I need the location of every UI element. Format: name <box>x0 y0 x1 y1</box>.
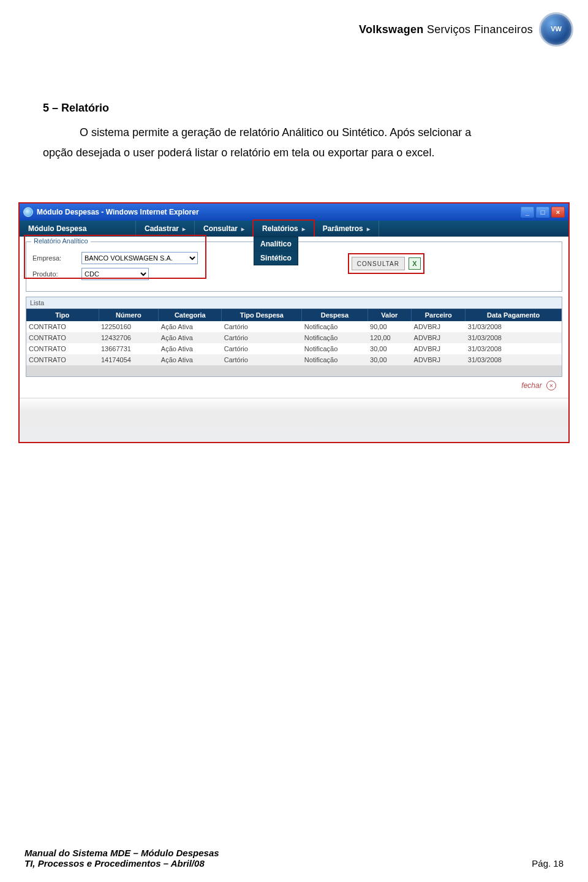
produto-select[interactable]: CDC <box>81 268 149 280</box>
chevron-right-icon: ▸ <box>367 226 370 232</box>
lista-table: Tipo Número Categoria Tipo Despesa Despe… <box>26 309 562 376</box>
cell: 31/03/2008 <box>466 354 562 365</box>
cell: Cartório <box>222 332 302 343</box>
cell: 31/03/2008 <box>466 343 562 354</box>
produto-label: Produto: <box>32 270 81 278</box>
menu-consultar[interactable]: Consultar ▸ <box>195 221 254 237</box>
relatorios-dropdown: Analítico Sintético <box>254 237 298 265</box>
cell: 14174054 <box>99 354 159 365</box>
chevron-right-icon: ▸ <box>302 226 305 232</box>
table-footer-row <box>26 365 562 376</box>
brand-thin: Serviços Financeiros <box>427 23 533 36</box>
cell: ADVBRJ <box>412 332 466 343</box>
row-produto: Produto: CDC <box>32 268 556 280</box>
cell: 30,00 <box>368 343 412 354</box>
consultar-label: CONSULTAR <box>357 260 399 267</box>
cell: 13667731 <box>99 343 159 354</box>
menu-parametros[interactable]: Parâmetros ▸ <box>314 221 379 237</box>
menu-modulo-despesa[interactable]: Módulo Despesa <box>20 221 136 237</box>
cell: ADVBRJ <box>412 354 466 365</box>
section-title: 5 – Relatório <box>43 98 545 118</box>
col-despesa: Despesa <box>302 309 368 321</box>
menu-cadastrar[interactable]: Cadastrar ▸ <box>136 221 195 237</box>
fieldset-legend: Relatório Analítico <box>31 237 91 245</box>
menu-label: Módulo Despesa <box>28 224 86 233</box>
ie-icon <box>23 207 33 217</box>
lista-caption: Lista <box>26 297 562 309</box>
footer-line1: Manual do Sistema MDE – Módulo Despesas <box>24 848 219 858</box>
dropdown-item-label: Analítico <box>260 240 292 248</box>
menu-label: Cadastrar <box>145 224 179 233</box>
chevron-right-icon: ▸ <box>183 226 186 232</box>
close-label: fechar <box>521 381 541 390</box>
close-button[interactable]: × <box>551 207 565 218</box>
excel-export-icon[interactable]: X <box>409 257 421 270</box>
close-panel-button[interactable]: × <box>546 381 556 390</box>
dropdown-item-label: Sintético <box>260 254 292 262</box>
window-title: Módulo Despesas - Windows Internet Explo… <box>37 208 199 216</box>
col-valor: Valor <box>368 309 412 321</box>
cell: 12432706 <box>99 332 159 343</box>
cell: 90,00 <box>368 321 412 332</box>
empresa-select[interactable]: BANCO VOLKSWAGEN S.A. <box>81 252 198 264</box>
cell: Cartório <box>222 321 302 332</box>
table-row: CONTRATO 12432706 Ação Ativa Cartório No… <box>26 332 562 343</box>
footer-left: Manual do Sistema MDE – Módulo Despesas … <box>24 848 219 869</box>
col-parceiro: Parceiro <box>412 309 466 321</box>
cell: 120,00 <box>368 332 412 343</box>
cell: Ação Ativa <box>159 321 222 332</box>
chevron-right-icon: ▸ <box>241 226 244 232</box>
vw-logo-icon: VW <box>539 12 573 47</box>
consult-group: CONSULTAR X <box>352 257 421 270</box>
vw-logo-text: VW <box>551 26 562 32</box>
cell: Notificação <box>302 343 368 354</box>
maximize-button[interactable]: □ <box>536 207 549 218</box>
cell: CONTRATO <box>26 343 99 354</box>
app-screenshot: Módulo Despesas - Windows Internet Explo… <box>18 202 570 443</box>
cell: CONTRATO <box>26 321 99 332</box>
cell: 31/03/2008 <box>466 332 562 343</box>
section-body-rest: opção desejada o user poderá listar o re… <box>43 146 434 159</box>
cell: Notificação <box>302 332 368 343</box>
dropdown-sintetico[interactable]: Sintético <box>254 251 298 265</box>
table-row: CONTRATO 12250160 Ação Ativa Cartório No… <box>26 321 562 332</box>
window-titlebar: Módulo Despesas - Windows Internet Explo… <box>20 203 568 221</box>
cell: 30,00 <box>368 354 412 365</box>
footer-page: Pág. 18 <box>532 858 564 869</box>
cell: ADVBRJ <box>412 321 466 332</box>
cell: Cartório <box>222 354 302 365</box>
section-5-relatorio: 5 – Relatório O sistema permite a geraçã… <box>43 98 545 162</box>
cell: 12250160 <box>99 321 159 332</box>
brand-bold: Volkswagen <box>359 23 424 36</box>
section-body-lead: O sistema permite a geração de relatório… <box>80 126 471 139</box>
excel-glyph: X <box>412 260 417 267</box>
menu-relatorios[interactable]: Relatórios ▸ Analítico Sintético <box>254 221 314 237</box>
menu-label: Relatórios <box>262 224 298 233</box>
cell: CONTRATO <box>26 332 99 343</box>
col-categoria: Categoria <box>159 309 222 321</box>
cell: 31/03/2008 <box>466 321 562 332</box>
empresa-label: Empresa: <box>32 254 81 262</box>
section-body: O sistema permite a geração de relatório… <box>43 123 545 162</box>
col-data-pagamento: Data Pagamento <box>466 309 562 321</box>
cell: CONTRATO <box>26 354 99 365</box>
cell: Notificação <box>302 354 368 365</box>
cell: Ação Ativa <box>159 343 222 354</box>
col-numero: Número <box>99 309 159 321</box>
menu-label: Parâmetros <box>323 224 363 233</box>
footer-line2: TI, Processos e Procedimentos – Abril/08 <box>24 858 219 869</box>
dropdown-analitico[interactable]: Analítico <box>254 237 298 251</box>
cell: Cartório <box>222 343 302 354</box>
cell: Ação Ativa <box>159 354 222 365</box>
consultar-button[interactable]: CONSULTAR <box>352 257 405 270</box>
cell: ADVBRJ <box>412 343 466 354</box>
col-tipo: Tipo <box>26 309 99 321</box>
lista-body: CONTRATO 12250160 Ação Ativa Cartório No… <box>26 321 562 376</box>
browser-statusbar <box>20 398 568 442</box>
col-tipo-despesa: Tipo Despesa <box>222 309 302 321</box>
menu-label: Consultar <box>203 224 238 233</box>
minimize-button[interactable]: _ <box>521 207 534 218</box>
table-row: CONTRATO 13667731 Ação Ativa Cartório No… <box>26 343 562 354</box>
cell: Notificação <box>302 321 368 332</box>
cell: Ação Ativa <box>159 332 222 343</box>
